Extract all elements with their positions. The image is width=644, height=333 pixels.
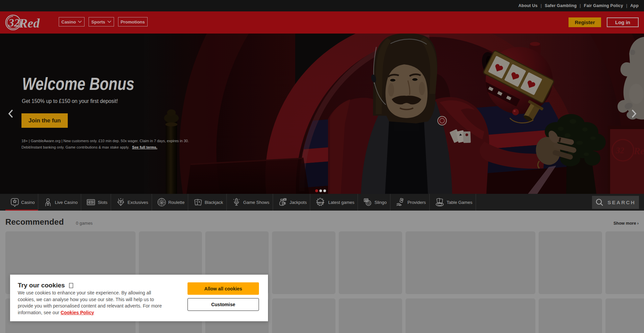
svg-text:Red: Red	[19, 16, 40, 30]
svg-text:32: 32	[8, 16, 20, 29]
svg-text:NEW: NEW	[318, 201, 324, 204]
svg-text:7: 7	[368, 202, 369, 204]
